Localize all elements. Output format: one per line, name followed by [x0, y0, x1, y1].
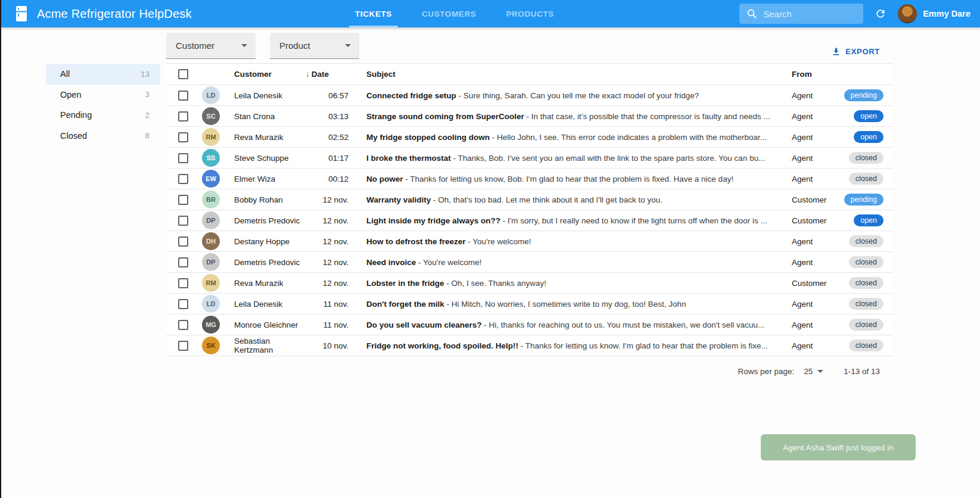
ticket-row[interactable]: RM Reva Murazik 12 nov. Lobster in the f… — [166, 273, 893, 294]
customer-avatar: EW — [202, 170, 220, 188]
row-checkbox[interactable] — [178, 236, 188, 247]
ticket-row[interactable]: LD Leila Denesik 06:57 Connected fridge … — [166, 85, 893, 106]
row-checkbox[interactable] — [178, 299, 188, 309]
ticket-row[interactable]: LD Leila Denesik 11 nov. Don't forget th… — [166, 294, 893, 315]
header-subject[interactable]: Subject — [349, 64, 774, 85]
row-checkbox[interactable] — [178, 341, 188, 351]
ticket-date: 00:12 — [306, 169, 349, 189]
user-avatar — [898, 4, 917, 23]
ticket-from: Agent — [774, 231, 836, 252]
ticket-subject: Warranty validity - Oh, that's too bad. … — [366, 195, 774, 204]
sidebar-item[interactable]: Closed 8 — [46, 126, 160, 147]
user-menu[interactable]: Emmy Dare — [898, 4, 970, 23]
status-badge: open — [854, 214, 883, 227]
customer-avatar: LD — [202, 86, 220, 104]
header-date[interactable]: ↓Date — [306, 64, 349, 85]
customer-avatar: DP — [202, 253, 220, 271]
table-header-row: Customer ↓Date Subject From — [166, 64, 893, 85]
row-checkbox[interactable] — [178, 195, 188, 205]
ticket-date: 12 nov. — [306, 273, 349, 294]
status-badge: closed — [849, 340, 883, 352]
nav-tab[interactable]: PRODUCTS — [496, 0, 564, 27]
ticket-from: Agent — [774, 106, 836, 127]
ticket-subject: How to defrost the freezer - You're welc… — [366, 237, 774, 246]
ticket-row[interactable]: SS Steve Schuppe 01:17 I broke the therm… — [166, 148, 893, 169]
nav-tab-label: TICKETS — [355, 10, 392, 18]
customer-avatar: MG — [202, 316, 220, 334]
header-customer[interactable]: Customer — [234, 64, 306, 85]
pagination-range: 1-13 of 13 — [844, 367, 880, 376]
row-checkbox[interactable] — [178, 257, 188, 267]
status-filter-sidebar: All 13 Open 3 Pending 2 Closed 8 — [46, 64, 160, 376]
filter-select[interactable]: Product — [270, 33, 359, 59]
row-checkbox[interactable] — [178, 216, 188, 226]
filter-select[interactable]: Customer — [166, 33, 256, 59]
ticket-subject: Don't forget the milk - Hi Mitch, No wor… — [366, 300, 774, 309]
ticket-subject: Lobster in the fridge - Oh, I see. Thank… — [366, 279, 774, 288]
customer-name: Monroe Gleichner — [234, 315, 306, 335]
ticket-date: 01:17 — [306, 148, 349, 169]
ticket-row[interactable]: SK Sebastian Kertzmann 10 nov. Fridge no… — [166, 335, 893, 356]
customer-name: Bobby Rohan — [234, 189, 306, 210]
export-label: EXPORT — [845, 47, 880, 56]
status-badge: pending — [844, 194, 884, 206]
sidebar-item[interactable]: Open 3 — [46, 85, 160, 105]
ticket-date: 12 nov. — [306, 252, 349, 273]
ticket-row[interactable]: DH Destany Hoppe 12 nov. How to defrost … — [166, 231, 893, 252]
ticket-date: 12 nov. — [306, 231, 349, 252]
ticket-row[interactable]: EW Elmer Wiza 00:12 No power - Thanks fo… — [166, 169, 893, 189]
customer-name: Demetris Predovic — [234, 252, 306, 273]
sidebar-item-count: 2 — [145, 111, 150, 120]
ticket-row[interactable]: RM Reva Murazik 02:52 My fridge stopped … — [166, 127, 893, 148]
customer-name: Elmer Wiza — [234, 169, 306, 189]
ticket-date: 10 nov. — [306, 335, 349, 356]
row-checkbox[interactable] — [178, 153, 188, 163]
ticket-row[interactable]: SC Stan Crona 03:13 Strange sound coming… — [166, 106, 893, 127]
pagination: Rows per page: 25 1-13 of 13 — [166, 367, 880, 376]
sidebar-item[interactable]: Pending 2 — [46, 105, 160, 126]
app-bar: Acme Refrigerator HelpDesk TICKETS CUSTO… — [1, 0, 980, 27]
app-title: Acme Refrigerator HelpDesk — [37, 7, 192, 21]
ticket-row[interactable]: DP Demetris Predovic 12 nov. Need invoic… — [166, 252, 893, 273]
ticket-row[interactable]: MG Monroe Gleichner 11 nov. Do you sell … — [166, 315, 893, 335]
ticket-row[interactable]: DP Demetris Predovic 12 nov. Light insid… — [166, 210, 893, 231]
filter-select-label: Customer — [176, 41, 214, 51]
tickets-main: Customer Product EXPORT — [166, 27, 893, 376]
toast-message: Agent Asha Swift just logged in — [783, 443, 893, 452]
nav-tab[interactable]: TICKETS — [346, 0, 402, 27]
search-input[interactable] — [763, 9, 853, 19]
row-checkbox[interactable] — [178, 174, 188, 184]
sidebar-item-label: Pending — [60, 110, 92, 120]
customer-name: Steve Schuppe — [234, 148, 306, 169]
status-badge: open — [854, 131, 883, 144]
nav-tab[interactable]: CUSTOMERS — [412, 0, 486, 27]
rows-per-page-select[interactable]: 25 — [804, 367, 823, 376]
ticket-row[interactable]: BR Bobby Rohan 12 nov. Warranty validity… — [166, 189, 893, 210]
row-checkbox[interactable] — [178, 132, 188, 142]
sidebar-item-count: 13 — [141, 70, 150, 79]
sidebar-item[interactable]: All 13 — [46, 64, 160, 85]
customer-avatar: SK — [202, 337, 220, 354]
customer-avatar: RM — [202, 128, 220, 146]
ticket-subject: Connected fridge setup - Sure thing, Sar… — [366, 91, 774, 100]
customer-name: Destany Hoppe — [234, 231, 306, 252]
select-all-checkbox[interactable] — [178, 69, 188, 79]
brand: Acme Refrigerator HelpDesk — [14, 5, 192, 22]
search-box[interactable] — [739, 4, 863, 24]
ticket-subject: Strange sound coming from SuperCooler - … — [366, 112, 774, 121]
user-name: Emmy Dare — [923, 9, 970, 18]
row-checkbox[interactable] — [178, 111, 188, 122]
customer-name: Leila Denesik — [234, 294, 306, 315]
download-icon — [832, 47, 841, 56]
refresh-button[interactable] — [872, 5, 889, 23]
row-checkbox[interactable] — [178, 320, 188, 330]
status-badge: closed — [849, 173, 883, 185]
row-checkbox[interactable] — [178, 91, 188, 101]
tickets-table: Customer ↓Date Subject From LD Leila Den… — [166, 63, 893, 356]
status-badge: closed — [849, 256, 883, 269]
status-badge: open — [854, 110, 883, 123]
row-checkbox[interactable] — [178, 278, 188, 288]
export-button[interactable]: EXPORT — [827, 43, 885, 60]
header-from[interactable]: From — [774, 64, 836, 85]
sidebar-item-label: All — [60, 69, 70, 79]
